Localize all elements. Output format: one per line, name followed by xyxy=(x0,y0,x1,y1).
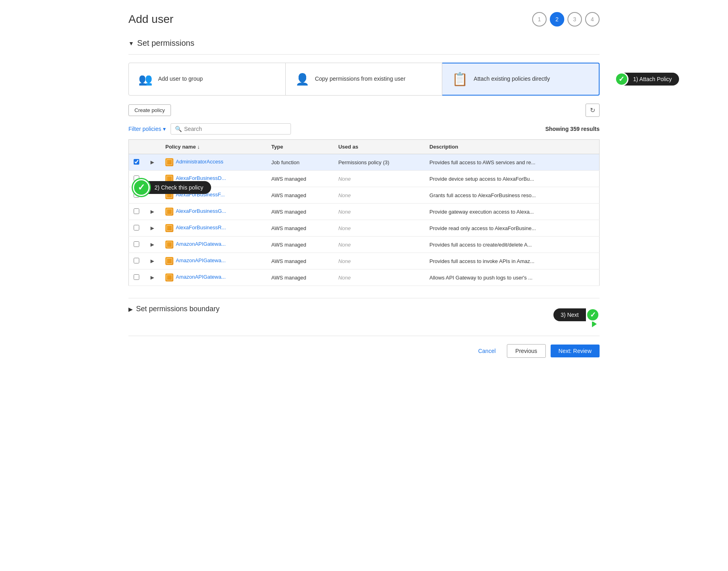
policy-name-cell: AlexaForBusinessG... xyxy=(161,204,266,220)
row-checkbox[interactable] xyxy=(134,241,139,247)
cancel-button[interactable]: Cancel xyxy=(472,345,502,357)
row-expand-cell: ▶ xyxy=(144,269,161,286)
create-policy-button[interactable]: Create policy xyxy=(128,104,171,116)
policy-name-link[interactable]: AlexaForBusinessG... xyxy=(176,208,226,214)
refresh-button[interactable]: ↻ xyxy=(586,104,600,117)
policy-name-cell: AmazonAPIGatewa... xyxy=(161,253,266,269)
policy-name-link[interactable]: AmazonAPIGatewa... xyxy=(176,241,226,247)
attach-policy-check-icon: ✓ xyxy=(615,72,628,86)
col-type: Type xyxy=(266,140,333,154)
page-title: Add user xyxy=(128,13,173,26)
row-checkbox[interactable] xyxy=(134,274,139,280)
next-check-icon: ✓ xyxy=(586,308,600,322)
policy-used-as-cell: None xyxy=(333,253,425,269)
chevron-filter-icon: ▾ xyxy=(163,126,166,132)
toolbar-row: Create policy ↻ xyxy=(128,104,600,117)
row-expand-cell: ▶ xyxy=(144,253,161,269)
search-input[interactable] xyxy=(184,126,287,132)
expand-button[interactable]: ▶ xyxy=(149,257,156,265)
row-expand-cell: ▶ xyxy=(144,237,161,253)
step-4[interactable]: 4 xyxy=(585,12,600,27)
expand-button[interactable]: ▶ xyxy=(149,274,156,281)
policy-used-as-cell: None xyxy=(333,204,425,220)
row-expand-cell: ▶ xyxy=(144,154,161,171)
option-copy-permissions[interactable]: 👤 Copy permissions from existing user xyxy=(286,63,443,96)
search-icon: 🔍 xyxy=(175,126,182,132)
results-count: Showing 359 results xyxy=(545,126,600,132)
table-row: ▶AlexaForBusinessR...AWS managedNoneProv… xyxy=(129,220,600,237)
expand-button[interactable]: ▶ xyxy=(149,224,156,232)
policy-type-cell: AWS managed xyxy=(266,253,333,269)
row-expand-cell: ▶ xyxy=(144,220,161,237)
step-3[interactable]: 3 xyxy=(567,12,582,27)
table-row: ▶AmazonAPIGatewa...AWS managedNoneProvid… xyxy=(129,253,600,269)
row-checkbox[interactable] xyxy=(134,159,139,165)
policy-type-cell: Job function xyxy=(266,154,333,171)
option-add-user-group[interactable]: 👥 Add user to group xyxy=(128,63,286,96)
table-row: ▶AdministratorAccessJob functionPermissi… xyxy=(129,154,600,171)
policy-name-cell: AmazonAPIGatewa... xyxy=(161,237,266,253)
step-1[interactable]: 1 xyxy=(532,12,547,27)
expand-button[interactable]: ▶ xyxy=(149,159,156,166)
footer-row: 3) Next ✓ Cancel Previous Next: Review xyxy=(128,336,600,358)
policy-icon xyxy=(165,158,173,166)
policy-type-cell: AWS managed xyxy=(266,220,333,237)
table-row: ▶AmazonAPIGatewa...AWS managedNoneProvid… xyxy=(129,237,600,253)
row-checkbox[interactable] xyxy=(134,225,139,230)
policy-icon xyxy=(165,241,173,249)
check-policy-label: 2) Check this policy xyxy=(144,181,211,194)
next-badge-label: 3) Next xyxy=(553,308,586,321)
check-policy-check-icon: ✓ xyxy=(133,179,150,196)
boundary-section: ▶ Set permissions boundary xyxy=(128,298,600,320)
next-badge-arrow xyxy=(592,321,597,327)
policy-description-cell: Provides full access to AWS services and… xyxy=(425,154,599,171)
attach-policy-badge: ✓ 1) Attach Policy xyxy=(615,72,679,86)
policy-description-cell: Provide gateway execution access to Alex… xyxy=(425,204,599,220)
row-checkbox[interactable] xyxy=(134,208,139,214)
step-2[interactable]: 2 xyxy=(550,12,564,27)
policy-used-as-cell: None xyxy=(333,171,425,187)
filter-policies-button[interactable]: Filter policies ▾ xyxy=(128,126,166,132)
set-permissions-section: ▼ Set permissions xyxy=(128,39,600,48)
row-checkbox-cell xyxy=(129,269,144,286)
col-used-as: Used as xyxy=(333,140,425,154)
filter-left: Filter policies ▾ 🔍 xyxy=(128,123,291,135)
col-policy-name[interactable]: Policy name ↓ xyxy=(161,140,266,154)
policy-name-cell: AmazonAPIGatewa... xyxy=(161,269,266,286)
col-description: Description xyxy=(425,140,599,154)
row-checkbox[interactable] xyxy=(134,258,139,263)
chevron-down-icon[interactable]: ▼ xyxy=(128,40,134,47)
row-checkbox-cell xyxy=(129,154,144,171)
table-row: ▶AlexaForBusinessG...AWS managedNoneProv… xyxy=(129,204,600,220)
table-row: ▶AmazonAPIGatewa...AWS managedNoneAllows… xyxy=(129,269,600,286)
policy-description-cell: Provides full access to create/edit/dele… xyxy=(425,237,599,253)
policy-used-as-cell: None xyxy=(333,220,425,237)
chevron-right-icon[interactable]: ▶ xyxy=(128,306,133,312)
col-checkbox xyxy=(129,140,144,154)
col-expand xyxy=(144,140,161,154)
policy-description-cell: Provides full access to invoke APIs in A… xyxy=(425,253,599,269)
attach-policy-badge-label: 1) Attach Policy xyxy=(624,73,679,86)
option-attach-policies[interactable]: 📋 Attach existing policies directly ✓ 1)… xyxy=(442,63,600,96)
expand-button[interactable]: ▶ xyxy=(149,208,156,215)
set-permissions-title: Set permissions xyxy=(137,39,194,48)
option-copy-permissions-label: Copy permissions from existing user xyxy=(315,75,406,83)
policy-name-link[interactable]: AlexaForBusinessR... xyxy=(176,224,226,230)
policy-icon xyxy=(165,257,173,265)
row-expand-cell: ▶ xyxy=(144,204,161,220)
policy-description-cell: Provide device setup access to AlexaForB… xyxy=(425,171,599,187)
policy-name-link[interactable]: AmazonAPIGatewa... xyxy=(176,257,226,263)
expand-button[interactable]: ▶ xyxy=(149,241,156,248)
policy-icon xyxy=(165,273,173,281)
previous-button[interactable]: Previous xyxy=(507,344,545,358)
search-box[interactable]: 🔍 xyxy=(171,123,291,135)
row-checkbox-cell xyxy=(129,204,144,220)
policy-name-link[interactable]: AdministratorAccess xyxy=(176,159,223,165)
policy-used-as-cell: None xyxy=(333,269,425,286)
policy-name-link[interactable]: AmazonAPIGatewa... xyxy=(176,274,226,280)
policy-name-cell: AdministratorAccess xyxy=(161,154,266,171)
document-icon: 📋 xyxy=(452,71,468,87)
policy-description-cell: Provide read only access to AlexaForBusi… xyxy=(425,220,599,237)
policy-type-cell: AWS managed xyxy=(266,204,333,220)
next-review-button[interactable]: Next: Review xyxy=(551,345,600,357)
